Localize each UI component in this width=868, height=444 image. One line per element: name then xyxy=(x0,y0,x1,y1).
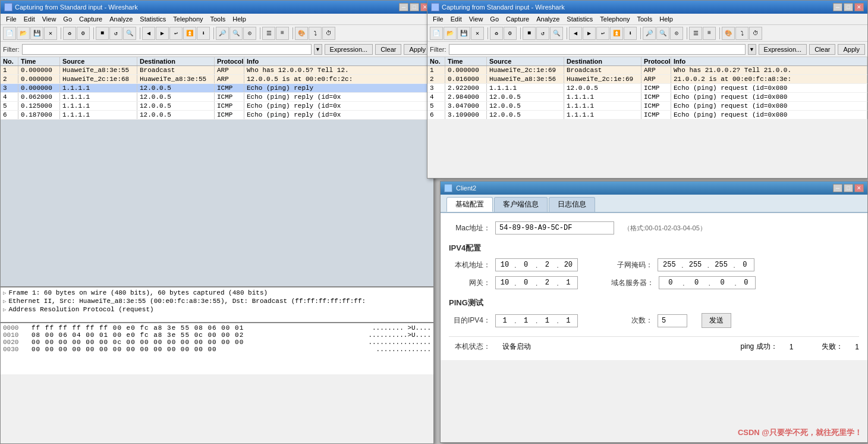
menu-edit-1[interactable]: Edit xyxy=(21,15,38,23)
dns-seg-3[interactable] xyxy=(711,277,734,289)
ping-target-seg-4[interactable] xyxy=(559,315,577,327)
client2-controls[interactable]: ─ □ ✕ xyxy=(833,184,864,192)
detail-line-1[interactable]: ▷ Frame 1: 60 bytes on wire (480 bits), … xyxy=(2,289,432,297)
expression-btn-2[interactable]: Expression... xyxy=(759,44,807,55)
gw-seg-2[interactable] xyxy=(517,277,535,289)
dns-seg-4[interactable] xyxy=(737,277,755,289)
packet-row-1-2[interactable]: 2 0.000000 HuaweiTe_2c:1e:68 HuaweiTe_a8… xyxy=(1,75,433,84)
tb-back-1[interactable]: ◀ xyxy=(142,27,155,40)
ping-target-seg-1[interactable] xyxy=(496,315,514,327)
tb-display-2[interactable]: ☰ xyxy=(689,27,702,40)
tb-display-1[interactable]: ☰ xyxy=(262,27,275,40)
tb-open-2[interactable]: 📂 xyxy=(444,27,457,40)
menu-telephony-2[interactable]: Telephony xyxy=(597,15,633,23)
filter-arrow-1[interactable]: ▼ xyxy=(314,44,322,55)
packet-row-2-5[interactable]: 5 3.047000 12.0.0.5 1.1.1.1 ICMP Echo (p… xyxy=(427,102,867,111)
tb-jump-2[interactable]: ↩ xyxy=(596,27,609,40)
packet-row-1-5[interactable]: 5 0.125000 1.1.1.1 12.0.0.5 ICMP Echo (p… xyxy=(1,102,433,111)
subnet-seg-3[interactable] xyxy=(710,259,732,271)
tb-display2-2[interactable]: ≡ xyxy=(703,27,716,40)
packet-row-1-4[interactable]: 4 0.062000 1.1.1.1 12.0.0.5 ICMP Echo (p… xyxy=(1,93,433,102)
clear-btn-2[interactable]: Clear xyxy=(809,44,835,55)
dns-seg-1[interactable] xyxy=(659,277,682,289)
tb-jump-1[interactable]: ↩ xyxy=(169,27,183,40)
tb-zoom-in-1[interactable]: 🔎 xyxy=(216,27,229,40)
tb-colorize-1[interactable]: 🎨 xyxy=(295,27,308,40)
tb-close-2[interactable]: ✕ xyxy=(471,27,484,40)
tb-restart-1[interactable]: ↺ xyxy=(109,27,122,40)
subnet-seg-4[interactable] xyxy=(736,259,754,271)
tb-time-1[interactable]: ⏱ xyxy=(322,27,335,40)
filter-input-1[interactable] xyxy=(22,44,312,55)
tb-zoom-reset-1[interactable]: ⊙ xyxy=(243,27,256,40)
tb-back-2[interactable]: ◀ xyxy=(569,27,582,40)
ping-target-seg-2[interactable] xyxy=(517,315,535,327)
window-controls-1[interactable]: ─ □ ✕ xyxy=(399,3,430,11)
gw-seg-1[interactable] xyxy=(496,277,514,289)
menu-help-2[interactable]: Help xyxy=(656,15,676,23)
expression-btn-1[interactable]: Expression... xyxy=(325,44,373,55)
detail-line-2[interactable]: ▷ Ethernet II, Src: HuaweiTe_a8:3e:55 (0… xyxy=(2,297,432,305)
tb-reload-1[interactable]: ♻ xyxy=(63,27,76,40)
menu-file-2[interactable]: File xyxy=(430,15,446,23)
client2-window[interactable]: Client2 ─ □ ✕ 基础配置 客户端信息 日志信息 Mac地址： （格式… xyxy=(440,181,868,443)
menu-help-1[interactable]: Help xyxy=(229,15,249,23)
gateway-input[interactable]: . . . xyxy=(495,276,578,289)
packet-row-1-3[interactable]: 3 0.000000 1.1.1.1 12.0.0.5 ICMP Echo (p… xyxy=(1,84,433,93)
menu-capture-1[interactable]: Capture xyxy=(76,15,105,23)
menu-statistics-2[interactable]: Statistics xyxy=(564,15,596,23)
ping-count-input[interactable] xyxy=(658,314,687,327)
mac-input[interactable] xyxy=(495,221,614,234)
tb-capture-opts-1[interactable]: ⚙ xyxy=(77,27,90,40)
tb-new-2[interactable]: 📄 xyxy=(430,27,443,40)
minimize-btn-2[interactable]: ─ xyxy=(833,3,842,11)
tab-client-info[interactable]: 客户端信息 xyxy=(494,197,548,212)
tab-basic-config[interactable]: 基础配置 xyxy=(446,197,493,212)
menu-edit-2[interactable]: Edit xyxy=(448,15,465,23)
tb-top-2[interactable]: ⏫ xyxy=(610,27,623,40)
client2-close[interactable]: ✕ xyxy=(854,184,864,192)
local-ip-seg-4[interactable] xyxy=(559,259,577,271)
ping-send-btn[interactable]: 发送 xyxy=(702,313,731,328)
filter-arrow-2[interactable]: ▼ xyxy=(748,44,756,55)
tb-reload-2[interactable]: ♻ xyxy=(490,27,503,40)
menu-capture-2[interactable]: Capture xyxy=(503,15,532,23)
tb-down-1[interactable]: ⬇ xyxy=(197,27,210,40)
close-btn-2[interactable]: ✕ xyxy=(854,3,864,11)
dns-seg-2[interactable] xyxy=(685,277,708,289)
tb-time-2[interactable]: ⏱ xyxy=(749,27,762,40)
window-controls-2[interactable]: ─ □ ✕ xyxy=(833,3,864,11)
tb-zoom-out-1[interactable]: 🔍 xyxy=(229,27,243,40)
tb-fwd-2[interactable]: ▶ xyxy=(583,27,596,40)
client2-maximize[interactable]: □ xyxy=(844,184,853,192)
subnet-input[interactable]: . . . xyxy=(658,258,754,271)
tb-top-1[interactable]: ⏫ xyxy=(183,27,196,40)
tb-close-1[interactable]: ✕ xyxy=(44,27,57,40)
tb-restart-2[interactable]: ↺ xyxy=(536,27,549,40)
local-ip-seg-2[interactable] xyxy=(517,259,535,271)
tb-new-1[interactable]: 📄 xyxy=(3,27,16,40)
tb-display2-1[interactable]: ≡ xyxy=(276,27,289,40)
maximize-btn-2[interactable]: □ xyxy=(844,3,853,11)
detail-line-3[interactable]: ▷ Address Resolution Protocol (request) xyxy=(2,305,432,314)
tb-open-1[interactable]: 📂 xyxy=(17,27,30,40)
gw-seg-3[interactable] xyxy=(538,277,556,289)
menu-go-2[interactable]: Go xyxy=(487,15,502,23)
packet-row-2-2[interactable]: 2 0.016000 HuaweiTe_a8:3e:56 HuaweiTe_2c… xyxy=(427,75,867,84)
menu-view-1[interactable]: View xyxy=(39,15,59,23)
packet-row-2-3[interactable]: 3 2.922000 1.1.1.1 12.0.0.5 ICMP Echo (p… xyxy=(427,84,867,93)
tb-autoscroll-2[interactable]: ⤵ xyxy=(735,27,749,40)
apply-btn-2[interactable]: Apply xyxy=(838,44,865,55)
menu-tools-1[interactable]: Tools xyxy=(207,15,229,23)
client2-minimize[interactable]: ─ xyxy=(833,184,842,192)
menu-view-2[interactable]: View xyxy=(466,15,486,23)
maximize-btn-1[interactable]: □ xyxy=(410,3,419,11)
menu-statistics-1[interactable]: Statistics xyxy=(137,15,169,23)
local-ip-seg-3[interactable] xyxy=(538,259,556,271)
tb-stop-1[interactable]: ■ xyxy=(96,27,109,40)
ping-target-input[interactable]: . . . xyxy=(495,314,578,327)
tb-save-2[interactable]: 💾 xyxy=(457,27,470,40)
menu-file-1[interactable]: File xyxy=(3,15,20,23)
wireshark-window-1[interactable]: Capturing from Standard input - Wireshar… xyxy=(0,0,434,444)
dns-input[interactable]: . . . xyxy=(659,276,756,289)
